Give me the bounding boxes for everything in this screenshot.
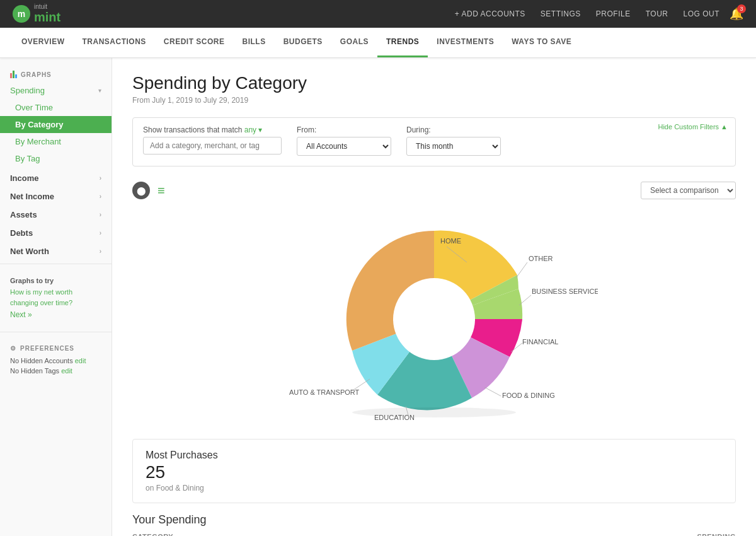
sidebar-income[interactable]: Income › (0, 167, 112, 185)
auto-label-line (351, 379, 370, 392)
sidebar-net-worth[interactable]: Net Worth › (0, 240, 112, 259)
add-accounts-link[interactable]: + ADD ACCOUNTS (455, 9, 525, 18)
graphs-to-try-label: Graphs to try (10, 277, 101, 284)
sidebar-spending[interactable]: Spending ▾ (0, 82, 112, 99)
tour-link[interactable]: TOUR (646, 9, 668, 18)
edit-hidden-tags[interactable]: edit (61, 367, 72, 375)
graphs-to-try-link[interactable]: How is my net worth changing over time? (10, 287, 101, 308)
filter-group-from: From: All Accounts (297, 125, 391, 156)
bar-chart-btn[interactable]: ≡ (158, 184, 165, 198)
graphs-section-label: GRAPHS (0, 68, 112, 82)
most-purchases-box: Most Purchases 25 on Food & Dining (132, 439, 736, 503)
sidebar-over-time[interactable]: Over Time (0, 99, 112, 116)
nav-overview[interactable]: OVERVIEW (13, 27, 73, 57)
education-label: EDUCATION (374, 414, 415, 421)
match-any-dropdown[interactable]: any ▾ (244, 125, 263, 134)
log-out-link[interactable]: LOG OUT (683, 9, 719, 18)
sidebar-by-tag[interactable]: By Tag (0, 150, 112, 167)
most-purchases-sub: on Food & Dining (146, 484, 723, 492)
donut-chart-svg: HOME OTHER BUSINESS SERVICES FINANCIAL F… (270, 212, 598, 426)
donut-hole (393, 278, 475, 360)
financial-label: FINANCIAL (522, 338, 558, 346)
preferences-label: ⚙ PREFERENCES (10, 345, 101, 352)
nav-budgets[interactable]: BUDGETS (275, 27, 331, 57)
spending-col-header: SPENDING (685, 533, 736, 536)
nav-bills[interactable]: BILLS (234, 27, 275, 57)
sidebar-debts[interactable]: Debts › (0, 222, 112, 240)
food-label: FOOD & DINING (502, 392, 555, 399)
sidebar: GRAPHS Spending ▾ Over Time By Category … (0, 58, 112, 536)
mint-logo-icon: m (13, 5, 30, 23)
hide-filters-link[interactable]: Hide Custom Filters ▲ (658, 123, 728, 131)
auto-label: AUTO & TRANSPORT (289, 388, 360, 396)
bar-chart-icon (10, 71, 17, 78)
intuit-label: intuit (34, 3, 60, 10)
sidebar-by-category[interactable]: By Category (0, 116, 112, 133)
notifications-bell[interactable]: 🔔 3 (730, 7, 743, 21)
nav-goals[interactable]: GOALS (331, 27, 377, 57)
spending-table-header: CATEGORY SPENDING (132, 529, 736, 536)
gear-icon: ⚙ (10, 345, 16, 352)
edit-hidden-accounts[interactable]: edit (75, 357, 86, 364)
top-nav-links: + ADD ACCOUNTS SETTINGS PROFILE TOUR LOG… (455, 9, 719, 18)
filter-row: Show transactions that match any ▾ From:… (143, 125, 725, 156)
business-label: BUSINESS SERVICES (532, 288, 598, 295)
other-label-line (516, 262, 527, 278)
secondary-navigation: OVERVIEW TRANSACTIONS CREDIT SCORE BILLS… (0, 28, 756, 58)
from-select[interactable]: All Accounts (297, 137, 391, 156)
your-spending-section: Your Spending CATEGORY SPENDING (132, 513, 736, 536)
main-content: Spending by Category From July 1, 2019 t… (112, 58, 756, 536)
home-label: HOME (440, 237, 461, 245)
profile-link[interactable]: PROFILE (596, 9, 631, 18)
page-title: Spending by Category (132, 73, 736, 93)
chevron-right-icon: › (100, 248, 101, 255)
preferences-section: ⚙ PREFERENCES No Hidden Accounts edit No… (0, 337, 112, 385)
from-label: From: (297, 125, 391, 134)
during-label: During: (406, 125, 501, 134)
chart-area: HOME OTHER BUSINESS SERVICES FINANCIAL F… (132, 212, 736, 426)
chevron-right-icon: › (100, 175, 101, 182)
donut-chart-container: HOME OTHER BUSINESS SERVICES FINANCIAL F… (270, 212, 598, 426)
next-link[interactable]: Next » (10, 310, 101, 319)
nav-investments[interactable]: INVESTMENTS (428, 27, 503, 57)
donut-chart-btn[interactable]: ⬤ (132, 182, 150, 199)
chevron-icon: ▾ (98, 87, 101, 94)
sidebar-divider (0, 264, 112, 264)
your-spending-title: Your Spending (132, 513, 736, 527)
top-navigation: m intuit mint + ADD ACCOUNTS SETTINGS PR… (0, 0, 756, 28)
hidden-accounts-pref: No Hidden Accounts edit (10, 357, 101, 364)
settings-link[interactable]: SETTINGS (541, 9, 581, 18)
nav-trends[interactable]: TRENDS (377, 27, 428, 57)
sidebar-assets[interactable]: Assets › (0, 204, 112, 222)
chevron-right-icon: › (100, 193, 101, 200)
logo-text: intuit mint (34, 3, 60, 25)
hidden-tags-pref: No Hidden Tags edit (10, 367, 101, 375)
filter-group-during: During: This month (406, 125, 501, 156)
nav-transactions[interactable]: TRANSACTIONS (73, 27, 154, 57)
page-subtitle: From July 1, 2019 to July 29, 2019 (132, 96, 736, 105)
app-logo: m intuit mint (13, 3, 60, 25)
category-col-header: CATEGORY (132, 533, 680, 536)
mint-label: mint (34, 10, 60, 25)
filter-input[interactable] (143, 137, 282, 154)
other-label: OTHER (529, 255, 553, 262)
sidebar-by-merchant[interactable]: By Merchant (0, 133, 112, 150)
most-purchases-number: 25 (146, 462, 723, 482)
nav-ways-to-save[interactable]: WAYS TO SAVE (503, 27, 580, 57)
page-layout: GRAPHS Spending ▾ Over Time By Category … (0, 58, 756, 536)
notification-badge: 3 (737, 4, 746, 13)
sidebar-net-income[interactable]: Net Income › (0, 185, 112, 204)
filter-label: Show transactions that match any ▾ (143, 125, 282, 134)
comparison-select[interactable]: Select a comparison (641, 182, 736, 199)
chart-controls: ⬤ ≡ Select a comparison (132, 182, 736, 199)
filter-group-match: Show transactions that match any ▾ (143, 125, 282, 154)
chevron-right-icon: › (100, 230, 101, 236)
chevron-right-icon: › (100, 211, 101, 218)
graphs-to-try-section: Graphs to try How is my net worth changi… (0, 269, 112, 327)
nav-credit-score[interactable]: CREDIT SCORE (155, 27, 234, 57)
during-select[interactable]: This month (406, 137, 501, 156)
sidebar-divider-2 (0, 332, 112, 332)
most-purchases-title: Most Purchases (146, 450, 723, 461)
food-label-line (484, 387, 501, 396)
filter-box: Hide Custom Filters ▲ Show transactions … (132, 117, 736, 166)
